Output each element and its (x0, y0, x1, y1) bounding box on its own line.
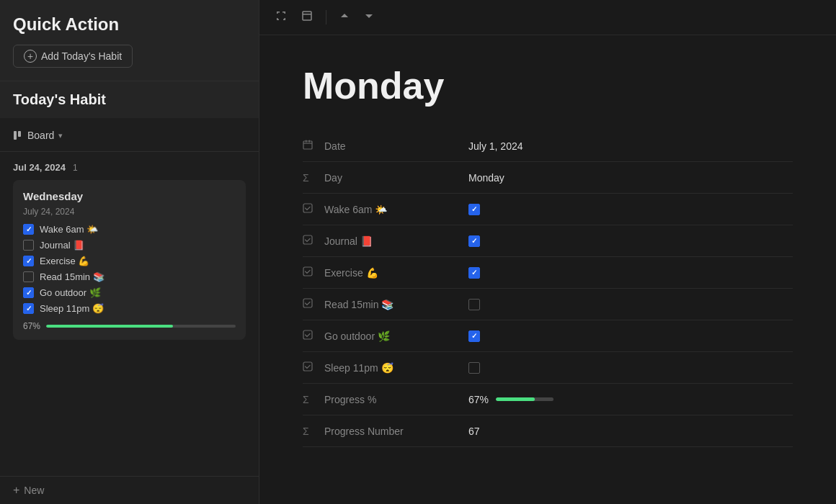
down-icon (364, 11, 374, 24)
prop-name-progress-pct: Progress % (324, 394, 468, 405)
prop-value-sleep[interactable] (468, 362, 793, 374)
prop-name-wake: Wake 6am 🌤️ (324, 204, 468, 215)
prop-value-progress-pct: 67% (468, 394, 793, 405)
habit-item-journal[interactable]: Journal 📕 (23, 240, 236, 251)
prop-name-sleep: Sleep 11pm 😴 (324, 362, 468, 374)
prop-value-journal[interactable] (468, 235, 793, 247)
habit-item-exercise[interactable]: Exercise 💪 (23, 256, 236, 266)
new-item-row[interactable]: + New (0, 476, 259, 504)
habit-item-read[interactable]: Read 15min 📚 (23, 271, 236, 282)
add-habit-label: Add Today's Habit (41, 50, 122, 62)
prop-checkbox-exercise[interactable] (468, 267, 480, 279)
up-button[interactable] (335, 8, 354, 27)
board-selector[interactable]: Board ▾ (13, 127, 246, 144)
property-row-progress-num: Σ Progress Number 67 (303, 415, 793, 447)
habit-label-outdoor: Go outdoor 🌿 (40, 287, 101, 298)
habit-checkbox-read[interactable] (23, 271, 34, 282)
prop-name-progress-num: Progress Number (324, 426, 468, 437)
sigma-icon-day: Σ (303, 172, 324, 184)
card-progress-bar-fill (46, 325, 173, 328)
checkbox-icon-wake (303, 203, 324, 215)
prop-checkbox-wake[interactable] (468, 204, 480, 215)
prop-value-date: July 1, 2024 (468, 140, 793, 152)
sidebar-content: Jul 24, 2024 1 Wednesday July 24, 2024 W… (0, 152, 259, 476)
property-row-exercise: Exercise 💪 (303, 257, 793, 289)
expand-button[interactable] (271, 7, 291, 27)
card-progress-pct: 67% (23, 321, 40, 331)
habit-item-outdoor[interactable]: Go outdoor 🌿 (23, 287, 236, 298)
prop-name-day: Day (324, 172, 468, 184)
property-row-day: Σ Day Monday (303, 162, 793, 194)
date-label: Jul 24, 2024 (13, 162, 66, 173)
window-button[interactable] (297, 7, 317, 27)
prop-value-day: Monday (468, 172, 793, 184)
new-label: New (24, 485, 44, 496)
quick-action-section: Quick Action + Add Today's Habit (0, 0, 259, 81)
checkbox-icon-sleep (303, 361, 324, 374)
add-habit-button[interactable]: + Add Today's Habit (13, 45, 133, 68)
habit-checkbox-wake[interactable] (23, 224, 34, 235)
svg-rect-5 (303, 141, 312, 149)
prop-checkbox-read[interactable] (468, 299, 480, 310)
prop-value-wake[interactable] (468, 204, 793, 215)
habit-card: Wednesday July 24, 2024 Wake 6am 🌤️ Jour… (13, 180, 246, 340)
property-row-date: Date July 1, 2024 (303, 130, 793, 162)
toolbar-divider (326, 10, 326, 24)
expand-icon (275, 10, 287, 24)
card-progress-row: 67% (23, 321, 236, 331)
habit-label-sleep: Sleep 11pm 😴 (40, 303, 104, 314)
checkbox-icon-outdoor (303, 330, 324, 342)
down-button[interactable] (360, 8, 378, 27)
svg-rect-9 (303, 235, 312, 244)
prop-name-journal: Journal 📕 (324, 235, 468, 247)
habit-label-wake: Wake 6am 🌤️ (40, 224, 98, 235)
prop-value-read[interactable] (468, 299, 793, 310)
board-icon (13, 130, 23, 140)
habit-label-exercise: Exercise 💪 (40, 256, 89, 266)
prop-value-outdoor[interactable] (468, 330, 793, 342)
svg-rect-1 (18, 131, 21, 137)
card-progress-bar-bg (46, 325, 236, 328)
card-day: Wednesday (23, 190, 236, 202)
up-icon (339, 11, 350, 24)
prop-name-read: Read 15min 📚 (324, 299, 468, 310)
habit-label-read: Read 15min 📚 (40, 271, 104, 282)
properties-list: Date July 1, 2024 Σ Day Monday Wake 6am … (303, 130, 793, 447)
habit-checkbox-exercise[interactable] (23, 256, 34, 266)
todays-habit-title: Today's Habit (0, 81, 259, 118)
plus-circle-icon: + (24, 50, 37, 63)
sigma-icon-progress-pct: Σ (303, 394, 324, 405)
prop-checkbox-journal[interactable] (468, 235, 480, 247)
svg-rect-4 (303, 14, 311, 15)
prop-checkbox-outdoor[interactable] (468, 330, 480, 342)
card-date: July 24, 2024 (23, 207, 236, 217)
quick-action-title: Quick Action (13, 14, 246, 35)
prop-name-exercise: Exercise 💪 (324, 267, 468, 279)
habit-checkbox-journal[interactable] (23, 240, 34, 251)
prop-name-date: Date (324, 140, 468, 152)
date-row: Jul 24, 2024 1 (13, 162, 246, 173)
main-panel: Monday Date July 1, 2024 Σ D (259, 0, 836, 504)
property-row-progress-pct: Σ Progress % 67% (303, 384, 793, 415)
prop-checkbox-sleep[interactable] (468, 362, 480, 374)
board-label: Board (27, 130, 54, 141)
habit-checkbox-sleep[interactable] (23, 303, 34, 314)
checkbox-icon-exercise (303, 266, 324, 279)
progress-pct-label: 67% (468, 394, 489, 405)
svg-rect-0 (14, 131, 17, 140)
property-row-wake: Wake 6am 🌤️ (303, 194, 793, 225)
page-title: Monday (303, 64, 793, 107)
svg-rect-12 (303, 330, 312, 339)
habit-item-sleep[interactable]: Sleep 11pm 😴 (23, 303, 236, 314)
svg-rect-11 (303, 299, 312, 307)
property-row-read: Read 15min 📚 (303, 289, 793, 320)
svg-rect-6 (306, 140, 307, 143)
sigma-icon-progress-num: Σ (303, 426, 324, 437)
habit-checkbox-outdoor[interactable] (23, 287, 34, 298)
habit-item-wake[interactable]: Wake 6am 🌤️ (23, 224, 236, 235)
date-badge: 1 (73, 163, 78, 173)
progress-bar-bg (496, 397, 553, 401)
progress-bar-fill (496, 397, 535, 401)
new-plus-icon: + (13, 484, 19, 497)
prop-value-exercise[interactable] (468, 267, 793, 279)
